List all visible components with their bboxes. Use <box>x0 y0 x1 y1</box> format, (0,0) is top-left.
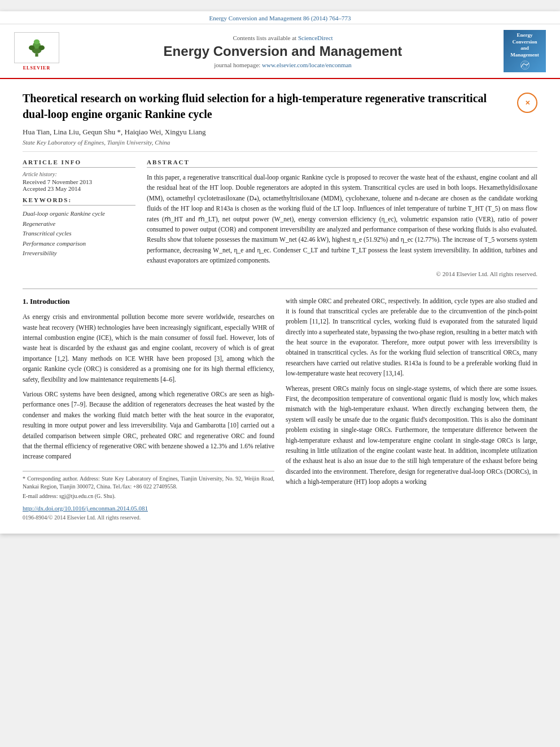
article-info-heading: Article Info <box>23 159 135 168</box>
abstract-heading: Abstract <box>147 159 537 168</box>
journal-citation-bar: Energy Conversion and Management 86 (201… <box>0 11 560 24</box>
section-divider <box>23 289 537 289</box>
journal-citation: Energy Conversion and Management 86 (201… <box>209 15 351 21</box>
elsevier-logo-section: ELSEVIER <box>11 32 62 71</box>
journal-header: ELSEVIER Contents lists available at Sci… <box>0 24 560 79</box>
keywords-section: Keywords: Dual-loop organic Rankine cycl… <box>23 196 135 259</box>
keyword-5: Irreversibility <box>23 248 135 259</box>
keyword-3: Transcritical cycles <box>23 229 135 239</box>
svg-rect-0 <box>35 54 38 56</box>
article-title: Theoretical research on working fluid se… <box>23 90 511 122</box>
sciencedirect-link: Contents lists available at ScienceDirec… <box>68 34 498 41</box>
abstract-section: Abstract In this paper, a regenerative t… <box>147 159 537 277</box>
crossmark-badge[interactable]: ✕ <box>517 93 537 113</box>
right-logo-box: EnergyConversionandManagement <box>504 30 546 72</box>
homepage-link[interactable]: www.elsevier.com/locate/enconman <box>262 62 352 68</box>
article-info-panel: Article Info Article history: Received 7… <box>23 159 135 277</box>
keyword-2: Regenerative <box>23 219 135 229</box>
crossmark-icon[interactable]: ✕ <box>517 93 537 113</box>
article-info-abstract: Article Info Article history: Received 7… <box>23 159 537 277</box>
abstract-text: In this paper, a regenerative transcriti… <box>147 172 537 266</box>
doi-link[interactable]: http://dx.doi.org/10.1016/j.enconman.201… <box>23 504 274 514</box>
body-col-left: 1. Introduction As energy crisis and env… <box>23 296 274 523</box>
body-para-4: Whereas, present ORCs mainly focus on si… <box>286 383 537 487</box>
footnote-email: E-mail address: sgj@tju.edu.cn (G. Shu). <box>23 492 274 500</box>
keyword-4: Performance comparison <box>23 239 135 249</box>
footnote-section: * Corresponding author. Address: State K… <box>23 471 274 500</box>
keywords-heading: Keywords: <box>23 196 135 206</box>
received-date: Received 7 November 2013 Accepted 23 May… <box>23 178 135 192</box>
article-title-section: Theoretical research on working fluid se… <box>23 90 537 122</box>
journal-title: Energy Conversion and Management <box>68 43 498 59</box>
issn-line: 0196-8904/© 2014 Elsevier Ltd. All right… <box>23 513 274 522</box>
right-logo-title: EnergyConversionandManagement <box>510 32 539 59</box>
body-col-right: with simple ORC and preheated ORC, respe… <box>286 296 537 523</box>
body-para-3: with simple ORC and preheated ORC, respe… <box>286 296 537 379</box>
intro-heading: 1. Introduction <box>23 296 274 308</box>
affiliation: State Key Laboratory of Engines, Tianjin… <box>23 139 537 152</box>
elsevier-brand-text: ELSEVIER <box>23 65 50 71</box>
elsevier-logo-box <box>14 32 59 63</box>
right-logo-graphic <box>514 60 536 70</box>
elsevier-tree-graphic <box>20 38 54 58</box>
body-columns: 1. Introduction As energy crisis and env… <box>23 296 537 523</box>
sciencedirect-anchor[interactable]: ScienceDirect <box>298 34 333 41</box>
body-para-2: Various ORC systems have been designed, … <box>23 389 274 462</box>
copyright-line: © 2014 Elsevier Ltd. All rights reserved… <box>147 270 537 277</box>
journal-center: Contents lists available at ScienceDirec… <box>68 34 498 68</box>
authors-text: Hua Tian, Lina Liu, Gequn Shu *, Haiqiao… <box>23 128 205 136</box>
right-logo-section: EnergyConversionandManagement <box>504 30 549 72</box>
journal-homepage: journal homepage: www.elsevier.com/locat… <box>68 62 498 68</box>
content-area: Theoretical research on working fluid se… <box>0 79 560 534</box>
svg-point-3 <box>34 39 40 44</box>
keyword-1: Dual-loop organic Rankine cycle <box>23 209 135 219</box>
svg-point-5 <box>39 45 45 50</box>
page: Energy Conversion and Management 86 (201… <box>0 11 560 534</box>
body-para-1: As energy crisis and environmental pollu… <box>23 312 274 385</box>
authors-line: Hua Tian, Lina Liu, Gequn Shu *, Haiqiao… <box>23 128 537 137</box>
svg-point-4 <box>29 45 35 50</box>
footnote-corresponding: * Corresponding author. Address: State K… <box>23 475 274 491</box>
article-history-label: Article history: <box>23 171 135 177</box>
